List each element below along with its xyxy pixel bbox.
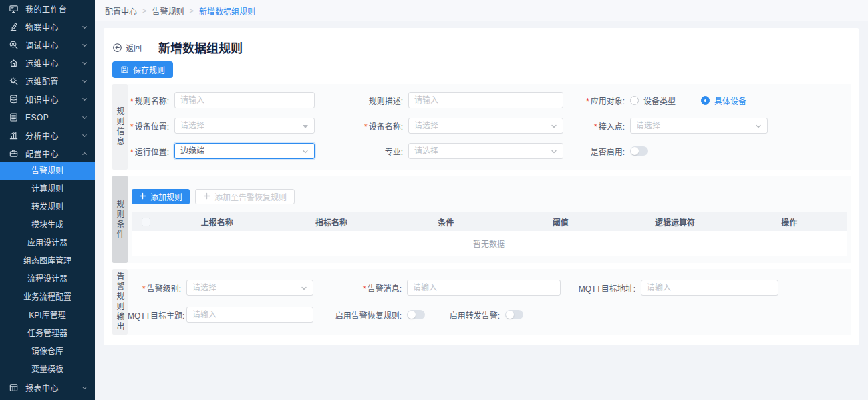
save-icon — [120, 65, 129, 74]
sidebar-item-task-manager[interactable]: 任务管理器 — [0, 325, 95, 343]
save-rule-button[interactable]: 保存规则 — [112, 61, 173, 78]
sidebar: 我的工作台 物联中心 调试中心 运维中心 运维配置 知识中心 — [0, 0, 95, 400]
sidebar-item-flow-designer[interactable]: 流程设计器 — [0, 270, 95, 288]
add-to-recovery-rule-button[interactable]: 添加至告警恢复规则 — [195, 189, 295, 204]
column-header-metric-name: 指标名称 — [274, 216, 388, 228]
select-all-checkbox[interactable] — [142, 218, 150, 226]
breadcrumb: 配置中心 > 告警规则 > 新增数据组规则 — [95, 0, 868, 21]
plus-icon — [139, 192, 146, 202]
sidebar-item-alarm-rules[interactable]: 告警规则 — [0, 162, 95, 180]
header-divider — [150, 43, 150, 53]
sidebar-item-esop[interactable]: ESOP — [0, 108, 95, 126]
analysis-center-icon — [9, 130, 19, 141]
sidebar-item-analysis-center[interactable]: 分析中心 — [0, 126, 95, 144]
run-location-label: *运行位置: — [128, 146, 174, 157]
radio-device-type[interactable]: 设备类型 — [630, 95, 676, 106]
device-name-select[interactable]: 请选择 — [408, 118, 563, 134]
sidebar-item-forward-rules[interactable]: 转发规则 — [0, 198, 95, 216]
sidebar-item-label: 物联中心 — [25, 21, 82, 33]
enabled-label: 是否启用: — [563, 146, 630, 157]
page-title: 新增数据组规则 — [158, 39, 243, 56]
sidebar-item-report-center[interactable]: 报表中心 — [0, 379, 95, 397]
sidebar-item-label: 运维配置 — [25, 75, 82, 87]
alarm-message-input[interactable] — [407, 280, 561, 296]
toggle-knob — [631, 147, 639, 155]
chevron-up-icon — [82, 151, 88, 156]
section-label-rule-info: 规则信息 — [112, 84, 128, 170]
access-point-select[interactable]: 请选择 — [630, 118, 768, 134]
workspace-icon — [9, 4, 19, 15]
sidebar-item-app-designer[interactable]: 应用设计器 — [0, 234, 95, 252]
chevron-down-icon — [755, 124, 762, 129]
breadcrumb-current-page: 新增数据组规则 — [199, 5, 255, 17]
section-rule-info: 规则信息 *规则名称: 规则描述: * — [112, 84, 851, 170]
enable-recovery-toggle[interactable] — [407, 310, 425, 319]
breadcrumb-config-center[interactable]: 配置中心 — [105, 5, 137, 17]
sidebar-item-label: 分析中心 — [25, 130, 82, 141]
back-button[interactable]: 返回 — [112, 42, 142, 53]
run-location-select[interactable]: 边缘端 — [174, 143, 315, 159]
add-rule-button[interactable]: 添加规则 — [132, 189, 190, 204]
toggle-knob — [506, 311, 514, 319]
chevron-down-icon — [82, 115, 88, 120]
esop-icon — [9, 112, 19, 123]
enable-forward-toggle[interactable] — [505, 310, 523, 319]
sidebar-item-workspace[interactable]: 我的工作台 — [0, 0, 95, 18]
rule-condition-table: 上报名称 指标名称 条件 阈值 逻辑运算符 操作 暂无数据 — [132, 212, 847, 256]
chevron-down-icon — [82, 97, 88, 102]
chevron-down-icon — [82, 61, 88, 66]
sidebar-item-debug-center[interactable]: 调试中心 — [0, 36, 95, 54]
column-header-actions: 操作 — [732, 216, 847, 228]
column-header-logic-operator: 逻辑运算符 — [617, 216, 732, 228]
sidebar-item-ops-center[interactable]: 运维中心 — [0, 54, 95, 72]
sidebar-item-label: ESOP — [25, 113, 82, 122]
sidebar-item-variable-template[interactable]: 变量模板 — [0, 361, 95, 379]
enabled-toggle[interactable] — [630, 146, 648, 156]
sidebar-item-scada-library[interactable]: 组态图库管理 — [0, 252, 95, 270]
dropdown-caret-icon — [303, 125, 308, 128]
breadcrumb-alarm-rules[interactable]: 告警规则 — [152, 5, 184, 17]
report-center-icon — [9, 383, 19, 393]
access-point-label: *接入点: — [563, 120, 630, 132]
rule-desc-label: 规则描述: — [315, 95, 408, 106]
sidebar-item-label: 调试中心 — [25, 39, 82, 51]
chevron-down-icon — [301, 286, 307, 291]
device-location-select[interactable]: 请选择 — [174, 118, 315, 134]
radio-specific-device[interactable]: 具体设备 — [701, 95, 746, 106]
device-location-label: *设备位置: — [128, 120, 174, 132]
sidebar-item-module-gen[interactable]: 模块生成 — [0, 216, 95, 234]
sidebar-item-config-center[interactable]: 配置中心 — [0, 144, 95, 162]
rule-name-input[interactable] — [174, 92, 315, 108]
sidebar-item-kpi-library[interactable]: KPI库管理 — [0, 307, 95, 325]
page-header: 返回 新增数据组规则 — [112, 39, 851, 56]
app-root: 我的工作台 物联中心 调试中心 运维中心 运维配置 知识中心 — [0, 0, 868, 400]
sidebar-item-label: 我的工作台 — [25, 3, 95, 15]
alarm-level-select[interactable]: 请选择 — [186, 280, 313, 296]
column-header-condition: 条件 — [389, 216, 503, 228]
sidebar-item-label: 报表中心 — [25, 382, 82, 393]
sidebar-item-calc-rules[interactable]: 计算规则 — [0, 180, 95, 198]
rule-desc-input[interactable] — [408, 92, 563, 108]
sidebar-item-ops-config[interactable]: 运维配置 — [0, 72, 95, 90]
device-name-label: *设备名称: — [315, 120, 408, 132]
chevron-down-icon — [82, 79, 88, 84]
sidebar-item-biz-flow-config[interactable]: 业务流程配置 — [0, 288, 95, 307]
sidebar-item-image-repo[interactable]: 镜像仓库 — [0, 343, 95, 361]
sidebar-item-knowledge-center[interactable]: 知识中心 — [0, 90, 95, 108]
alarm-level-label: *告警级别: — [128, 282, 186, 294]
table-header-row: 上报名称 指标名称 条件 阈值 逻辑运算符 操作 — [132, 212, 847, 231]
radio-checked-icon — [701, 96, 710, 105]
debug-center-icon — [9, 40, 19, 51]
column-header-threshold: 阈值 — [503, 216, 617, 228]
table-empty-state: 暂无数据 — [132, 231, 847, 256]
radio-icon — [630, 96, 639, 105]
mqtt-address-input[interactable] — [641, 280, 778, 296]
chevron-down-icon — [82, 25, 88, 30]
specialty-select[interactable]: 请选择 — [408, 143, 563, 159]
breadcrumb-separator: > — [189, 7, 193, 15]
sidebar-item-iot-center[interactable]: 物联中心 — [0, 18, 95, 36]
section-label-alarm-output: 告警规则输出 — [112, 269, 128, 335]
main-area: 配置中心 > 告警规则 > 新增数据组规则 返回 新增数据组规则 保存规则 — [95, 0, 868, 400]
back-label: 返回 — [126, 42, 142, 53]
mqtt-topic-input[interactable] — [186, 307, 313, 323]
